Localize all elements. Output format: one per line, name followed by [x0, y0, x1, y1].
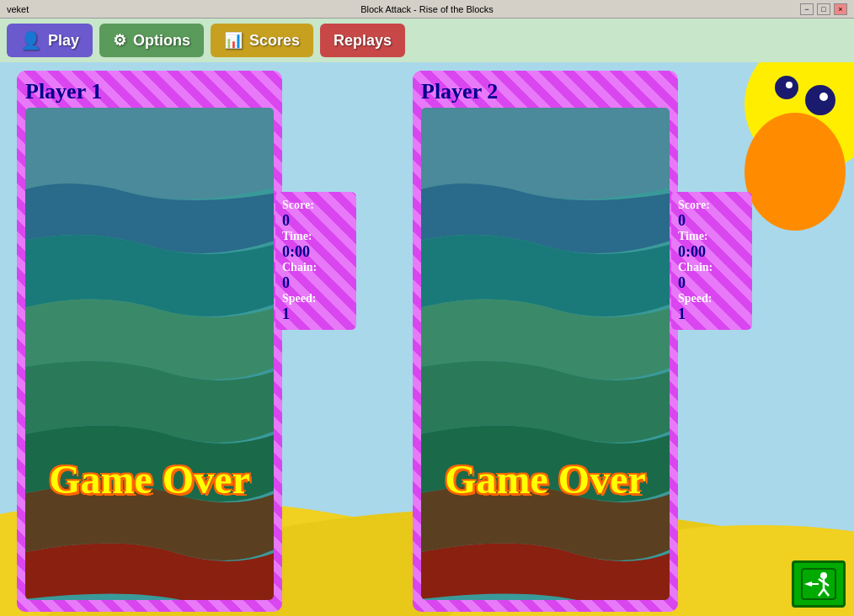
exit-icon [800, 567, 837, 601]
player1-panel: Player 1 Game [17, 71, 282, 612]
p1-chain-label: Chain: [282, 261, 350, 274]
options-button[interactable]: ⚙ Options [99, 24, 204, 57]
svg-point-8 [805, 85, 835, 115]
p1-speed-label: Speed: [282, 292, 350, 305]
svg-point-9 [819, 93, 828, 101]
p2-time-value: 0:00 [678, 243, 745, 261]
minimize-button[interactable]: − [800, 3, 814, 15]
player2-title: Player 2 [421, 79, 670, 104]
titlebar-username: veket [7, 4, 29, 14]
p2-chain-value: 0 [678, 274, 745, 292]
close-button[interactable]: × [834, 3, 847, 15]
menubar: 👤 Play ⚙ Options 📊 Scores Replays [0, 19, 854, 62]
svg-point-7 [786, 82, 793, 88]
p1-time-value: 0:00 [282, 243, 350, 261]
player2-score-panel: Score: 0 Time: 0:00 Chain: 0 Speed: 1 [671, 192, 752, 330]
play-icon: 👤 [20, 30, 41, 50]
titlebar-title: Block Attack - Rise of the Blocks [360, 4, 494, 14]
p2-speed-value: 1 [678, 305, 745, 323]
player1-board [25, 108, 274, 600]
p1-chain-value: 0 [282, 274, 350, 292]
titlebar-controls: − □ × [800, 3, 847, 15]
player1-title: Player 1 [25, 79, 274, 104]
p2-score-label: Score: [678, 199, 745, 212]
scores-icon: 📊 [224, 31, 243, 50]
player1-game-over: Game Over [28, 456, 272, 502]
game-area: Player 1 Game [0, 62, 854, 616]
gear-icon: ⚙ [113, 31, 126, 50]
exit-button[interactable] [792, 560, 846, 608]
titlebar: veket Block Attack - Rise of the Blocks … [0, 0, 854, 19]
replays-button[interactable]: Replays [320, 24, 405, 57]
p2-chain-label: Chain: [678, 261, 745, 274]
svg-point-13 [820, 572, 827, 579]
player2-game-over: Game Over [424, 456, 668, 502]
player2-board [421, 108, 670, 600]
p1-score-label: Score: [282, 199, 350, 212]
p1-score-value: 0 [282, 212, 350, 230]
play-button[interactable]: 👤 Play [7, 24, 93, 57]
p1-speed-value: 1 [282, 305, 350, 323]
p2-time-label: Time: [678, 230, 745, 243]
maximize-button[interactable]: □ [817, 3, 830, 15]
scores-button[interactable]: 📊 Scores [211, 24, 313, 57]
player2-panel: Player 2 Game Over Score: [413, 71, 678, 612]
p1-time-label: Time: [282, 230, 350, 243]
p2-score-value: 0 [678, 212, 745, 230]
player1-score-panel: Score: 0 Time: 0:00 Chain: 0 Speed: 1 [275, 192, 356, 330]
svg-point-6 [775, 76, 798, 99]
svg-point-5 [745, 113, 846, 231]
p2-speed-label: Speed: [678, 292, 745, 305]
